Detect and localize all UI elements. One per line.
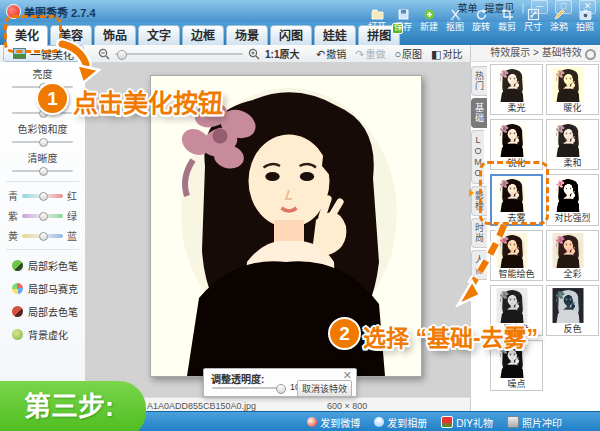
- slider-handle[interactable]: [276, 384, 286, 394]
- photo-print-link[interactable]: 照片冲印: [507, 415, 562, 430]
- local-mosaic-button[interactable]: 局部马赛克: [12, 281, 85, 296]
- slider-handle[interactable]: [39, 192, 48, 201]
- tab-frame[interactable]: 边框: [182, 25, 224, 46]
- effect-preview: [493, 67, 540, 102]
- mosaic-icon: [12, 283, 23, 294]
- transparency-slider[interactable]: [212, 387, 284, 389]
- slider-handle[interactable]: [39, 232, 48, 241]
- transparency-panel: 调整透明度: ✕ 100% 取消该特效: [203, 368, 357, 397]
- open-button[interactable]: 打开: [364, 8, 390, 32]
- rotate-button[interactable]: 旋转: [468, 8, 494, 32]
- cyan-red-slider[interactable]: 青 红: [8, 188, 77, 203]
- effect-strong-contrast[interactable]: 对比强烈: [546, 174, 599, 226]
- zoom-controls: 1:1原大: [98, 46, 299, 61]
- scissors-icon: [449, 8, 462, 21]
- original-toggle[interactable]: ○原图: [394, 46, 422, 61]
- camera-icon: [579, 8, 592, 21]
- tab-flash[interactable]: 闪图: [270, 25, 312, 46]
- resize-icon: [527, 8, 540, 21]
- slider-handle[interactable]: [39, 167, 48, 176]
- disk-icon: [397, 8, 410, 21]
- saturation-slider[interactable]: [12, 138, 73, 146]
- category-basic[interactable]: 基础: [471, 98, 487, 128]
- gift-icon: [441, 416, 453, 428]
- step1-text: 点击美化按钮: [73, 83, 223, 119]
- color-pen-icon: [12, 260, 23, 271]
- redo-button[interactable]: ↷重做: [355, 46, 385, 61]
- effects-panel-header: 特效展示 > 基础特效: [470, 45, 600, 62]
- diy-gift-link[interactable]: DIY礼物: [441, 415, 493, 430]
- crop-button[interactable]: 裁剪: [494, 8, 520, 32]
- arrow-to-beautify: [56, 38, 104, 86]
- folder-icon: [371, 8, 384, 21]
- share-weibo-link[interactable]: 发到微博: [307, 415, 360, 430]
- effect-preview: [549, 233, 596, 268]
- radio-icon: ○: [394, 48, 401, 60]
- tab-text[interactable]: 文字: [138, 25, 180, 46]
- doodle-button[interactable]: 涂鸦: [546, 8, 572, 32]
- zoom-actual-size-button[interactable]: 1:1原大: [265, 46, 299, 61]
- effect-warm[interactable]: 暖化: [546, 64, 599, 115]
- highlight-box-beautify-tab: [4, 15, 62, 53]
- effect-preview: [549, 288, 596, 323]
- effect-preview: [549, 122, 596, 157]
- effect-soft[interactable]: 柔和: [546, 119, 599, 170]
- local-decolor-pen-button[interactable]: 局部去色笔: [12, 304, 85, 319]
- step2-badge: 2: [328, 317, 361, 350]
- redo-icon: ↷: [355, 48, 364, 60]
- background-blur-button[interactable]: 背景虚化: [12, 327, 85, 342]
- zoom-in-icon[interactable]: [248, 48, 260, 60]
- album-icon: [374, 417, 384, 427]
- category-hot[interactable]: 热门: [471, 66, 487, 96]
- save-button[interactable]: 保存: [390, 8, 416, 32]
- slider-handle[interactable]: [39, 138, 48, 147]
- zoom-slider-handle[interactable]: [117, 50, 127, 60]
- tab-scene[interactable]: 场景: [226, 25, 268, 46]
- effect-preview: [493, 122, 540, 157]
- step1-badge: 1: [36, 82, 69, 115]
- slider-handle[interactable]: [39, 212, 48, 221]
- crop-icon: [501, 8, 514, 21]
- saturation-label: 色彩饱和度: [0, 121, 85, 136]
- step-banner: 第三步:: [0, 381, 146, 431]
- transparency-label: 调整透明度:: [211, 371, 264, 386]
- undo-button[interactable]: ↶撤销: [316, 46, 346, 61]
- compare-button[interactable]: ◧对比: [431, 46, 462, 61]
- divider: [6, 249, 79, 250]
- effect-full-color[interactable]: 全彩: [546, 230, 599, 281]
- camera-button[interactable]: 拍照: [572, 8, 598, 32]
- local-color-pen-button[interactable]: 局部彩色笔: [12, 258, 85, 273]
- compare-icon: ◧: [431, 48, 441, 60]
- clarity-slider[interactable]: [12, 167, 73, 175]
- purple-green-slider[interactable]: 紫 绿: [8, 208, 77, 223]
- highlight-box-dehaze-effect: [479, 161, 549, 225]
- blur-icon: [12, 329, 23, 340]
- filename-text: A1A0ADD855CB150A0.jpg: [147, 401, 256, 411]
- settings-icon[interactable]: [585, 49, 596, 60]
- ribbon-icon: [469, 189, 474, 197]
- effect-soft-light[interactable]: 柔光: [490, 64, 543, 115]
- effect-preview: [549, 67, 596, 102]
- rotate-icon: [475, 8, 488, 21]
- arrow-to-step2: [452, 221, 516, 309]
- yellow-blue-slider[interactable]: 黄 蓝: [8, 228, 77, 243]
- share-album-link[interactable]: 发到相册: [374, 415, 427, 430]
- image-dimensions: 600 × 800: [327, 401, 367, 411]
- zoom-slider[interactable]: [115, 53, 243, 55]
- divider: [6, 181, 79, 182]
- step2-text: 选择 “基础-去雾”: [363, 319, 538, 353]
- resize-button[interactable]: 尺寸: [520, 8, 546, 32]
- cutout-button[interactable]: 抠图: [442, 8, 468, 32]
- new-button[interactable]: 新建: [416, 8, 442, 32]
- pencil-icon: [553, 8, 566, 21]
- app-window: 美图秀秀 2.7.4 菜单 提意见 | ─ □ ✕ 打开 保存 新建 抠图: [0, 0, 600, 431]
- plus-icon: [423, 8, 436, 21]
- undo-icon: ↶: [316, 48, 325, 60]
- printer-icon: [507, 416, 519, 428]
- clarity-label: 清晰度: [0, 150, 85, 165]
- main-toolbar: 打开 保存 新建 抠图 旋转 裁剪 尺寸 涂鸦: [364, 8, 598, 32]
- decolor-pen-icon: [12, 306, 23, 317]
- effect-invert[interactable]: 反色: [546, 285, 599, 336]
- cancel-effect-button[interactable]: 取消该特效: [297, 380, 352, 397]
- tab-doll[interactable]: 娃娃: [314, 25, 356, 46]
